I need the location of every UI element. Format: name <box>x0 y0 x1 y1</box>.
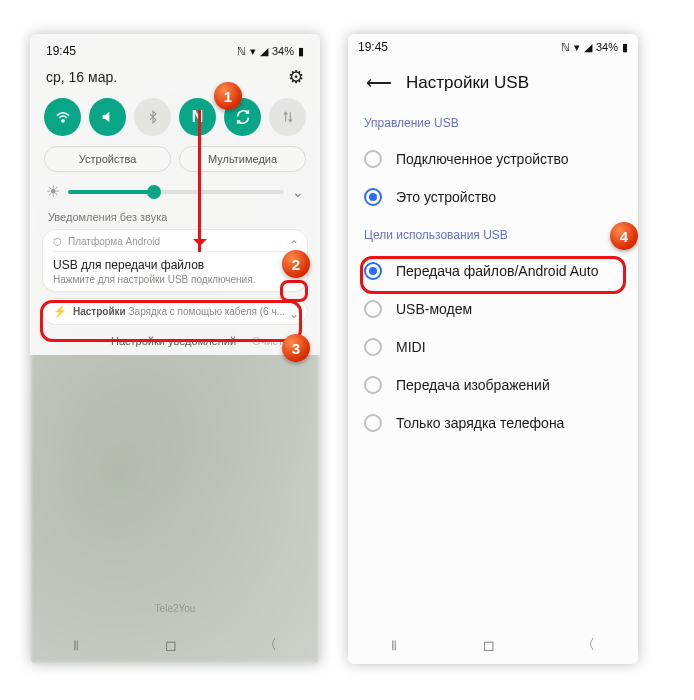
settings-gear-icon[interactable]: ⚙ <box>288 66 304 88</box>
brightness-thumb[interactable] <box>147 185 161 199</box>
carrier-label: Tele2You <box>30 603 320 614</box>
nav-back-icon[interactable]: 〈 <box>263 636 277 654</box>
notification-shade: 19:45 ℕ ▾ ◢ 34% ▮ ср, 16 мар. ⚙ N Устрой… <box>30 34 320 355</box>
wifi-icon: ▾ <box>250 45 256 58</box>
chip-row: Устройства Мультимедиа <box>40 146 310 182</box>
signal-icon: ◢ <box>584 41 592 54</box>
radio-connected-device[interactable]: Подключенное устройство <box>362 140 624 178</box>
title-row: ⟵ Настройки USB <box>362 62 624 112</box>
status-time: 19:45 <box>46 44 76 58</box>
notif-settings-link[interactable]: Настройки уведомлений <box>111 335 236 347</box>
nfc-icon: ℕ <box>561 41 570 54</box>
android-icon: ⬡ <box>53 236 62 247</box>
group-control-label: Управление USB <box>362 112 624 140</box>
power-prefix: Настройки <box>73 306 126 317</box>
radio-icon[interactable] <box>364 262 382 280</box>
radio-label: Передача файлов/Android Auto <box>396 263 598 279</box>
power-text: Зарядка с помощью кабеля (6 ч... <box>129 306 285 317</box>
expand-chevron-icon[interactable]: ⌄ <box>289 307 299 321</box>
qs-bluetooth-icon[interactable] <box>134 98 171 136</box>
battery-text: 34% <box>272 45 294 57</box>
nav-back-icon[interactable]: 〈 <box>581 636 595 654</box>
radio-label: MIDI <box>396 339 426 355</box>
brightness-expand-icon[interactable]: ⌄ <box>292 184 304 200</box>
nfc-icon: ℕ <box>237 45 246 58</box>
qs-sound-icon[interactable] <box>89 98 126 136</box>
marker-3: 3 <box>282 334 310 362</box>
chip-devices[interactable]: Устройства <box>44 146 171 172</box>
battery-icon: ▮ <box>622 41 628 54</box>
qs-wifi-icon[interactable] <box>44 98 81 136</box>
nav-home-icon[interactable]: ◻ <box>483 637 495 653</box>
nav-recents-icon[interactable]: ⦀ <box>73 637 79 654</box>
shade-footer: Настройки уведомлений Очистить <box>40 331 310 355</box>
radio-label: Подключенное устройство <box>396 151 568 167</box>
nav-recents-icon[interactable]: ⦀ <box>391 637 397 654</box>
brightness-fill <box>68 190 154 194</box>
svg-point-0 <box>61 120 63 122</box>
bolt-icon: ⚡ <box>53 305 67 318</box>
android-platform-label: Платформа Android <box>68 236 160 247</box>
brightness-track[interactable] <box>68 190 284 194</box>
phone-right-usb-settings: 19:45 ℕ ▾ ◢ 34% ▮ ⟵ Настройки USB Управл… <box>348 34 638 664</box>
radio-label: Это устройство <box>396 189 496 205</box>
page-title: Настройки USB <box>406 73 529 93</box>
radio-label: Передача изображений <box>396 377 550 393</box>
radio-file-transfer[interactable]: Передача файлов/Android Auto <box>362 252 624 290</box>
nav-bar: ⦀ ◻ 〈 <box>348 636 638 654</box>
group-purpose-label: Цели использования USB <box>362 224 624 252</box>
marker-4: 4 <box>610 222 638 250</box>
phone-left-shade: 19:45 ℕ ▾ ◢ 34% ▮ ср, 16 мар. ⚙ N Устрой… <box>30 34 320 664</box>
signal-icon: ◢ <box>260 45 268 58</box>
notif-header: ⬡ Платформа Android <box>53 236 297 252</box>
brightness-icon: ☀ <box>46 182 60 201</box>
battery-text: 34% <box>596 41 618 53</box>
battery-icon: ▮ <box>298 45 304 58</box>
usb-settings-screen: ⟵ Настройки USB Управление USB Подключен… <box>348 56 638 448</box>
radio-label: USB-модем <box>396 301 472 317</box>
radio-charge-only[interactable]: Только зарядка телефона <box>362 404 624 442</box>
annotation-arrow <box>198 110 201 252</box>
date-row: ср, 16 мар. ⚙ <box>40 60 310 98</box>
radio-icon[interactable] <box>364 300 382 318</box>
status-bar: 19:45 ℕ ▾ ◢ 34% ▮ <box>348 34 638 56</box>
qs-data-icon[interactable] <box>269 98 306 136</box>
charging-notification-card[interactable]: ⚡ Настройки Зарядка с помощью кабеля (6 … <box>42 298 308 325</box>
brightness-slider[interactable]: ☀ ⌄ <box>40 182 310 209</box>
marker-1: 1 <box>214 82 242 110</box>
radio-icon[interactable] <box>364 414 382 432</box>
radio-label: Только зарядка телефона <box>396 415 564 431</box>
status-time: 19:45 <box>358 40 388 54</box>
status-icons: ℕ ▾ ◢ 34% ▮ <box>561 41 628 54</box>
usb-notification-card[interactable]: ⬡ Платформа Android ⌃ USB для передачи ф… <box>42 229 308 292</box>
date-label: ср, 16 мар. <box>46 69 117 85</box>
status-bar: 19:45 ℕ ▾ ◢ 34% ▮ <box>40 42 310 60</box>
radio-this-device[interactable]: Это устройство <box>362 178 624 216</box>
radio-midi[interactable]: MIDI <box>362 328 624 366</box>
radio-icon[interactable] <box>364 188 382 206</box>
back-arrow-icon[interactable]: ⟵ <box>366 72 392 94</box>
quick-settings-row: N <box>40 98 310 146</box>
radio-icon[interactable] <box>364 376 382 394</box>
usb-notif-subtitle: Нажмите для настройки USB подключения. <box>53 274 297 285</box>
radio-icon[interactable] <box>364 338 382 356</box>
radio-usb-tether[interactable]: USB-модем <box>362 290 624 328</box>
radio-ptp[interactable]: Передача изображений <box>362 366 624 404</box>
marker-2: 2 <box>282 250 310 278</box>
silent-section-label: Уведомления без звука <box>40 209 310 229</box>
radio-icon[interactable] <box>364 150 382 168</box>
usb-notif-title: USB для передачи файлов <box>53 258 297 272</box>
nav-home-icon[interactable]: ◻ <box>165 637 177 653</box>
wifi-icon: ▾ <box>574 41 580 54</box>
nav-bar: ⦀ ◻ 〈 <box>30 636 320 654</box>
status-icons: ℕ ▾ ◢ 34% ▮ <box>237 45 304 58</box>
